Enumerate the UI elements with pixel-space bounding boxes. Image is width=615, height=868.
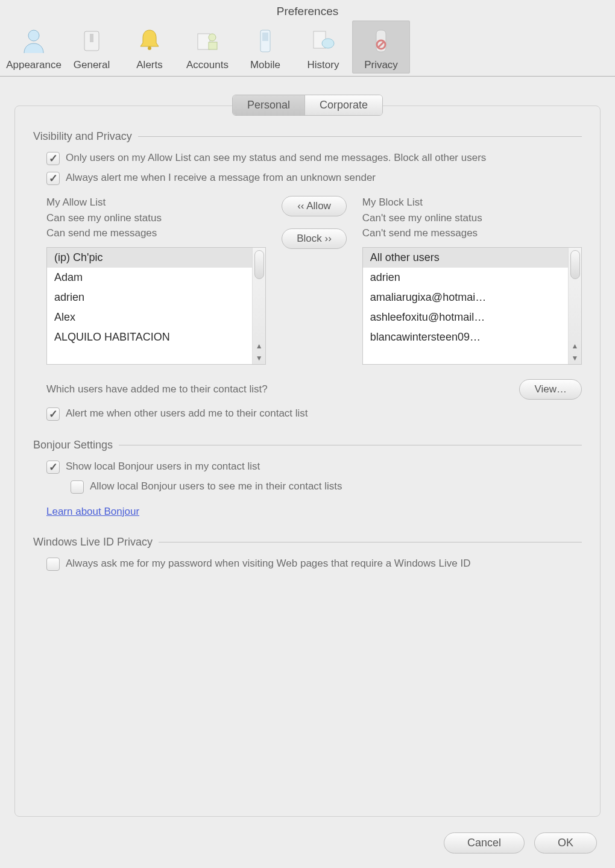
tab-alerts[interactable]: Alerts xyxy=(121,20,178,74)
divider xyxy=(138,136,582,137)
section-visibility: Visibility and Privacy Only users on my … xyxy=(33,130,582,421)
svg-rect-6 xyxy=(209,42,217,49)
checkbox-label: Alert me when other users add me to thei… xyxy=(66,407,308,421)
section-bonjour: Bonjour Settings Show local Bonjour user… xyxy=(33,439,582,518)
toolbar-label: Appearance xyxy=(6,59,62,71)
toolbar: Appearance General Alerts Accounts Mobil… xyxy=(0,20,615,77)
scroll-thumb[interactable] xyxy=(570,250,580,279)
list-item[interactable]: ALQUILO HABITACION xyxy=(47,327,252,347)
preferences-window: Preferences Appearance General Alerts Ac… xyxy=(0,0,615,868)
allow-list-sub2: Can send me messages xyxy=(46,225,266,241)
block-button[interactable]: Block ›› xyxy=(282,228,347,249)
toolbar-label: History xyxy=(308,59,339,71)
tab-appearance[interactable]: Appearance xyxy=(5,20,63,74)
section-heading: Bonjour Settings xyxy=(33,439,113,451)
tab-history[interactable]: History xyxy=(294,20,352,74)
checkbox-label: Allow local Bonjour users to see me in t… xyxy=(90,480,342,494)
allow-list[interactable]: (ip) Ch'pic Adam adrien Alex ALQUILO HAB… xyxy=(46,247,266,365)
switch-icon xyxy=(75,24,109,58)
list-item[interactable]: adrien xyxy=(47,288,252,307)
toolbar-label: Accounts xyxy=(186,59,229,71)
scroll-up-icon[interactable]: ▲ xyxy=(253,340,265,352)
checkbox-show-bonjour[interactable] xyxy=(46,461,60,474)
block-list-sub2: Can't send me messages xyxy=(362,225,582,241)
svg-rect-2 xyxy=(90,34,93,42)
svg-point-3 xyxy=(148,46,151,50)
window-title: Preferences xyxy=(0,0,615,20)
which-users-text: Which users have added me to their conta… xyxy=(46,383,268,395)
allow-list-heading: My Allow List xyxy=(46,195,266,210)
block-list-sub1: Can't see my online status xyxy=(362,210,582,226)
svg-point-0 xyxy=(28,30,39,41)
svg-rect-8 xyxy=(262,33,268,41)
block-list-heading: My Block List xyxy=(362,195,582,210)
checkbox-alert-added[interactable] xyxy=(46,407,60,421)
checkbox-only-allow-list[interactable] xyxy=(46,152,60,165)
checkbox-always-ask-password[interactable] xyxy=(46,558,60,571)
toolbar-label: Alerts xyxy=(136,59,162,71)
svg-point-10 xyxy=(322,39,334,48)
segment-corporate[interactable]: Corporate xyxy=(304,95,382,115)
section-heading: Visibility and Privacy xyxy=(33,130,132,143)
scroll-down-icon[interactable]: ▼ xyxy=(253,352,265,364)
bell-icon xyxy=(133,24,166,58)
tab-accounts[interactable]: Accounts xyxy=(178,20,236,74)
mobile-icon xyxy=(248,24,282,58)
scrollbar[interactable]: ▲ ▼ xyxy=(568,248,581,364)
section-wlid: Windows Live ID Privacy Always ask me fo… xyxy=(33,536,582,571)
list-item[interactable]: Adam xyxy=(47,268,252,288)
tab-general[interactable]: General xyxy=(63,20,121,74)
learn-bonjour-link[interactable]: Learn about Bonjour xyxy=(46,506,139,518)
section-heading: Windows Live ID Privacy xyxy=(33,536,153,549)
list-item[interactable]: ashleefoxitu@hotmail… xyxy=(363,307,568,327)
person-icon xyxy=(17,24,51,58)
svg-rect-4 xyxy=(198,34,210,49)
scroll-thumb[interactable] xyxy=(254,250,264,279)
content-area: Personal Corporate Visibility and Privac… xyxy=(0,77,615,823)
scroll-down-icon[interactable]: ▼ xyxy=(569,352,581,364)
allow-button[interactable]: ‹‹ Allow xyxy=(282,196,347,216)
view-button[interactable]: View… xyxy=(519,379,582,400)
allow-list-sub1: Can see my online status xyxy=(46,210,266,226)
ok-button[interactable]: OK xyxy=(534,832,597,854)
tab-privacy[interactable]: Privacy xyxy=(352,20,410,74)
cancel-button[interactable]: Cancel xyxy=(444,832,525,854)
list-item[interactable]: adrien xyxy=(363,268,568,288)
divider xyxy=(119,445,582,445)
checkbox-label: Always alert me when I receive a message… xyxy=(66,171,376,185)
divider xyxy=(159,542,582,542)
toolbar-label: Mobile xyxy=(250,59,280,71)
checkbox-allow-bonjour[interactable] xyxy=(71,480,84,494)
footer-buttons: Cancel OK xyxy=(0,823,615,868)
block-list[interactable]: All other users adrien amaliarugixa@hotm… xyxy=(362,247,582,365)
checkbox-alert-unknown[interactable] xyxy=(46,172,60,185)
list-item[interactable]: amaliarugixa@hotmai… xyxy=(363,288,568,307)
history-icon xyxy=(306,24,340,58)
checkbox-label: Only users on my Allow List can see my s… xyxy=(66,151,486,165)
list-item[interactable]: All other users xyxy=(363,248,568,268)
list-item[interactable]: (ip) Ch'pic xyxy=(47,248,252,268)
toolbar-label: General xyxy=(74,59,110,71)
list-item[interactable]: Alex xyxy=(47,307,252,327)
accounts-icon xyxy=(191,24,224,58)
toolbar-label: Privacy xyxy=(364,59,398,71)
preferences-panel: Visibility and Privacy Only users on my … xyxy=(14,105,601,817)
scroll-up-icon[interactable]: ▲ xyxy=(569,340,581,352)
scrollbar[interactable]: ▲ ▼ xyxy=(252,248,265,364)
segment-personal[interactable]: Personal xyxy=(233,95,304,115)
tab-mobile[interactable]: Mobile xyxy=(236,20,294,74)
checkbox-label: Show local Bonjour users in my contact l… xyxy=(66,460,260,474)
segmented-control: Personal Corporate xyxy=(232,95,383,116)
checkbox-label: Always ask me for my password when visit… xyxy=(66,557,470,571)
privacy-icon xyxy=(364,24,398,58)
svg-point-5 xyxy=(209,34,216,41)
list-item[interactable]: blancawintersteen09… xyxy=(363,327,568,347)
